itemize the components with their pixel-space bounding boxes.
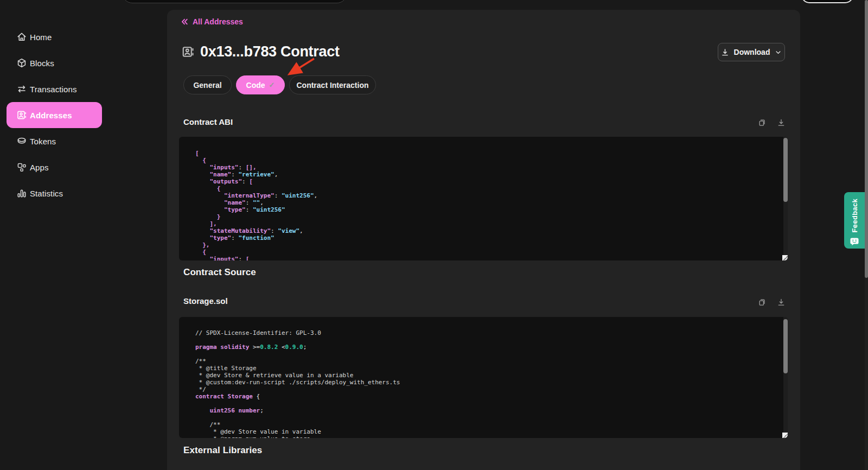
feedback-button[interactable]: Feedback (844, 192, 865, 249)
sidebar-item-transactions[interactable]: Transactions (7, 76, 102, 102)
tab-general[interactable]: General (183, 75, 232, 94)
download-abi-button[interactable] (777, 118, 786, 127)
sidebar-item-label: Blocks (30, 59, 54, 68)
download-button[interactable]: Download (718, 43, 785, 61)
section-title-external-libraries: External Libraries (183, 445, 262, 456)
chevron-down-icon (774, 48, 782, 56)
contract-source-code-block[interactable]: // SPDX-License-Identifier: GPL-3.0 prag… (179, 317, 788, 438)
code-scrollbar (783, 317, 788, 438)
breadcrumb-label: All Addresses (193, 17, 243, 26)
tab-label: Code (246, 81, 265, 90)
home-icon (16, 31, 27, 42)
contract-abi-code-block[interactable]: [ { "inputs": [], "name": "retrieve", "o… (179, 137, 788, 261)
code-scrollbar-thumb[interactable] (783, 138, 788, 202)
coin-icon (16, 136, 27, 147)
copy-icon (758, 118, 767, 127)
main-panel: All Addresses 0x13...b783 Contract Downl… (167, 10, 800, 470)
feedback-label: Feedback (851, 199, 859, 232)
copy-source-button[interactable] (758, 298, 767, 307)
sidebar: Home Blocks Transactions (0, 0, 167, 470)
sidebar-item-label: Addresses (30, 111, 72, 120)
arrows-swap-icon (16, 84, 27, 94)
copy-abi-button[interactable] (758, 118, 767, 127)
resize-grip[interactable] (782, 433, 788, 438)
breadcrumb[interactable]: All Addresses (180, 17, 243, 26)
source-file-name: Storage.sol (183, 296, 228, 306)
sidebar-item-label: Apps (30, 163, 49, 172)
download-icon (777, 118, 786, 127)
contract-code-page: { "theme": { "accent_pink": "#f87ae0", "… (0, 0, 868, 470)
sidebar-nav: Home Blocks Transactions (0, 24, 108, 206)
topbar-pill-button[interactable] (801, 0, 853, 3)
tab-label: General (193, 81, 221, 90)
section-title-contract-source: Contract Source (183, 267, 256, 278)
contact-card-icon (16, 110, 27, 120)
abi-code: [ { "inputs": [], "name": "retrieve", "o… (179, 137, 788, 261)
solidity-code: // SPDX-License-Identifier: GPL-3.0 prag… (179, 317, 788, 438)
double-chevron-left-icon (180, 17, 189, 26)
sidebar-item-home[interactable]: Home (7, 24, 102, 50)
tab-label: Contract Interaction (296, 81, 368, 90)
download-icon (720, 48, 730, 57)
sidebar-item-tokens[interactable]: Tokens (7, 128, 102, 154)
download-source-button[interactable] (777, 298, 786, 307)
sidebar-item-label: Home (30, 33, 52, 42)
page-scrollbar-thumb[interactable] (865, 0, 868, 278)
cube-icon (16, 58, 27, 68)
apps-grid-icon (16, 162, 27, 173)
code-scrollbar (783, 137, 788, 261)
download-button-label: Download (734, 48, 770, 56)
sidebar-item-label: Tokens (30, 137, 56, 146)
bar-chart-icon (16, 188, 27, 199)
sidebar-item-statistics[interactable]: Statistics (7, 180, 102, 206)
section-title-contract-abi: Contract ABI (183, 117, 233, 126)
sidebar-item-label: Transactions (30, 85, 77, 94)
contract-card-icon (181, 45, 195, 59)
annotation-arrow (278, 53, 321, 81)
sidebar-item-blocks[interactable]: Blocks (7, 50, 102, 76)
check-icon: ✓ (269, 81, 275, 89)
sidebar-item-label: Statistics (30, 189, 63, 198)
copy-icon (758, 298, 767, 307)
chat-bubble-icon (850, 237, 859, 246)
sidebar-item-addresses[interactable]: Addresses (7, 102, 102, 128)
download-icon (777, 298, 786, 307)
sidebar-item-apps[interactable]: Apps (7, 154, 102, 180)
page-scrollbar (865, 0, 868, 470)
code-scrollbar-thumb[interactable] (783, 319, 788, 373)
resize-grip[interactable] (782, 255, 788, 261)
